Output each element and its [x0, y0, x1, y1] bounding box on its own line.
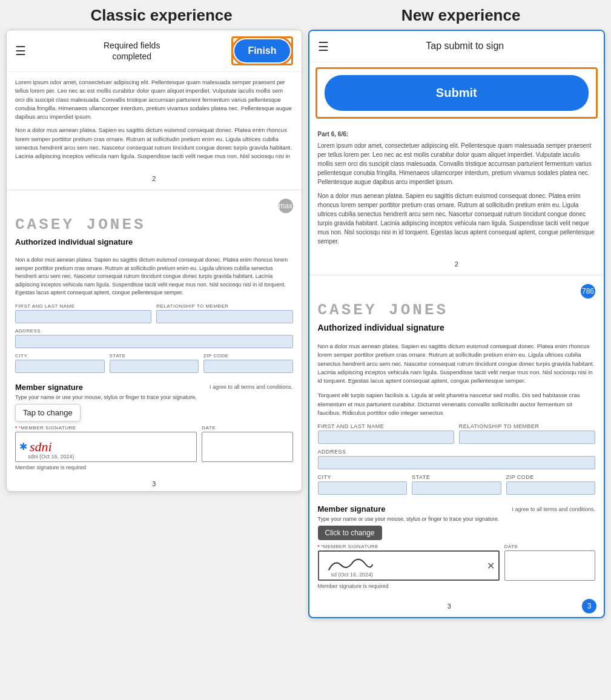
new-first-last-label: FIRST AND LAST NAME: [318, 423, 454, 429]
sig-clear-button[interactable]: ✕: [487, 560, 495, 572]
classic-header-title: Required fields completed: [32, 40, 231, 62]
new-sig-lorem1: Non a dolor mus aenean platea. Sapien eu…: [318, 342, 596, 385]
classic-lorem2: Non a dolor mus aenean platea. Sapien eu…: [15, 126, 293, 160]
classic-member-sig-section: Member signature I agree to all terms an…: [7, 383, 302, 477]
classic-first-last-group: FIRST AND LAST NAME: [15, 303, 151, 323]
new-sig-required-msg: Member signature is required: [318, 583, 596, 589]
new-date-field-wrap: DATE: [504, 544, 595, 581]
classic-state-group: STATE: [110, 353, 199, 373]
new-zip-group: ZIP CODE: [506, 474, 596, 495]
classic-form-row2: ADDRESS: [15, 328, 293, 348]
new-type-note: Type your name or use your mouse, stylus…: [318, 516, 596, 522]
classic-first-last-input[interactable]: [15, 310, 151, 323]
new-sig-section: 786 CASEY JONES Authorized individual si…: [309, 279, 604, 504]
new-lorem-part: Part 6, 6/6:: [318, 130, 596, 139]
new-submit-btn-wrap: Submit: [315, 67, 598, 119]
new-zip-label: ZIP CODE: [506, 474, 596, 480]
new-page3-num: 3: [317, 599, 583, 613]
classic-page2-content: Lorem ipsum odor amet, consectetuer adip…: [7, 72, 302, 171]
new-first-last-input[interactable]: [318, 431, 454, 444]
new-member-sig-title: Member signature: [318, 504, 386, 513]
new-page-bubble: 3: [582, 599, 596, 613]
classic-date-field-wrap: DATE: [202, 425, 292, 462]
new-zip-input[interactable]: [506, 481, 596, 495]
new-sig-field-row: **MEMBER SIGNATURE sd (Oct 16, 2024) ✕ D…: [318, 544, 596, 581]
finish-button[interactable]: Finish: [234, 39, 289, 62]
classic-form-row3: CITY STATE ZIP CODE: [15, 353, 293, 373]
classic-page2-num: 2: [7, 171, 302, 186]
new-relationship-group: RELATIONSHIP TO MEMBER: [459, 423, 595, 444]
classic-address-input[interactable]: [15, 335, 293, 348]
new-title: New experience: [401, 6, 521, 25]
classic-page3-num: 3: [7, 477, 302, 491]
new-page2-num: 2: [309, 257, 604, 271]
classic-sig-label: **MEMBER SIGNATURE: [15, 425, 197, 431]
new-page2-content: Part 6, 6/6: Lorem ipsum odor amet, cons…: [309, 124, 604, 257]
new-lorem1: Lorem ipsum odor amet, consectetuer adip…: [318, 141, 596, 187]
classic-panel: ☰ Required fields completed Finish Lorem…: [6, 30, 302, 492]
classic-member-sig-title: Member signature: [15, 383, 83, 392]
new-member-sig-section: Member signature I agree to all terms an…: [309, 504, 604, 595]
click-to-change-tooltip[interactable]: Click to change: [318, 526, 382, 540]
classic-title: Classic experience: [91, 6, 233, 25]
new-sig-required-star: *: [318, 544, 320, 549]
classic-date-box[interactable]: [202, 432, 292, 462]
classic-city-group: CITY: [15, 353, 105, 373]
new-sig-date-info: sd (Oct 16, 2024): [331, 572, 374, 578]
new-form-row1: FIRST AND LAST NAME RELATIONSHIP TO MEMB…: [318, 423, 596, 444]
new-sig-box[interactable]: sd (Oct 16, 2024) ✕: [318, 550, 500, 581]
new-city-label: CITY: [318, 474, 408, 480]
classic-lorem1: Lorem ipsum odor amet, consectetuer adip…: [15, 78, 293, 121]
classic-address-group: ADDRESS: [15, 328, 293, 348]
classic-state-input[interactable]: [110, 360, 199, 373]
new-header-title: Tap submit to sign: [335, 40, 596, 53]
classic-member-sig-header: Member signature I agree to all terms an…: [15, 383, 293, 392]
new-sig-label: **MEMBER SIGNATURE: [318, 544, 500, 549]
new-auth-sig-title: Authorized individual signature: [318, 323, 596, 332]
new-city-input[interactable]: [318, 481, 408, 495]
new-relationship-label: RELATIONSHIP TO MEMBER: [459, 423, 595, 429]
new-address-group: ADDRESS: [318, 449, 596, 469]
classic-sig-text: sdni: [30, 439, 52, 455]
new-date-label: DATE: [504, 544, 595, 549]
submit-button[interactable]: Submit: [325, 75, 589, 111]
new-badge: 786: [581, 284, 595, 299]
new-terms-text: I agree to all terms and conditions.: [385, 506, 595, 512]
classic-city-label: CITY: [15, 353, 105, 358]
classic-address-label: ADDRESS: [15, 328, 293, 334]
classic-zip-group: ZIP CODE: [203, 353, 293, 373]
new-hamburger-icon[interactable]: ☰: [318, 39, 329, 54]
new-address-input[interactable]: [318, 456, 596, 469]
classic-sig-lorem: Non a dolor mus aenean platea. Sapien eu…: [15, 256, 293, 297]
new-casey-jones: CASEY JONES: [318, 301, 596, 319]
classic-hamburger-icon[interactable]: ☰: [15, 44, 26, 58]
new-date-box[interactable]: [504, 550, 595, 581]
new-panel: ☰ Tap submit to sign Submit Part 6, 6/6:…: [308, 30, 606, 618]
new-state-label: STATE: [412, 474, 501, 480]
classic-badge: max: [279, 199, 293, 213]
classic-type-note: Type your name or use your mouse, stylus…: [15, 394, 293, 400]
classic-sig-date-info: sdni (Oct 16, 2024): [28, 454, 74, 460]
new-state-input[interactable]: [412, 481, 501, 495]
new-relationship-input[interactable]: [459, 431, 595, 444]
classic-header: ☰ Required fields completed Finish: [7, 30, 302, 72]
new-sig-field-wrap: **MEMBER SIGNATURE sd (Oct 16, 2024) ✕: [318, 544, 500, 581]
classic-state-label: STATE: [110, 353, 199, 358]
classic-sig-field-wrap: **MEMBER SIGNATURE ✱ sdni sdni (Oct 16, …: [15, 425, 197, 462]
new-first-last-group: FIRST AND LAST NAME: [318, 423, 454, 444]
classic-relationship-input[interactable]: [156, 310, 292, 323]
new-sig-lorem2: Torquent elit turpis sapien facilisis a.…: [318, 391, 596, 417]
new-state-group: STATE: [412, 474, 501, 495]
classic-first-last-label: FIRST AND LAST NAME: [15, 303, 151, 309]
tap-to-change-tooltip[interactable]: Tap to change: [15, 404, 81, 421]
classic-city-input[interactable]: [15, 360, 105, 373]
classic-sig-required-msg: Member signature is required: [15, 464, 293, 471]
classic-auth-sig-title: Authorized individual signature: [15, 237, 293, 246]
new-header: ☰ Tap submit to sign: [309, 31, 604, 62]
classic-date-label: DATE: [202, 425, 292, 431]
classic-sig-field-row: **MEMBER SIGNATURE ✱ sdni sdni (Oct 16, …: [15, 425, 293, 462]
new-lorem2: Non a dolor mus aenean platea. Sapien eu…: [318, 191, 596, 246]
classic-zip-input[interactable]: [203, 360, 293, 373]
classic-sig-box[interactable]: ✱ sdni sdni (Oct 16, 2024): [15, 432, 197, 462]
new-form-row3: CITY STATE ZIP CODE: [318, 474, 596, 495]
